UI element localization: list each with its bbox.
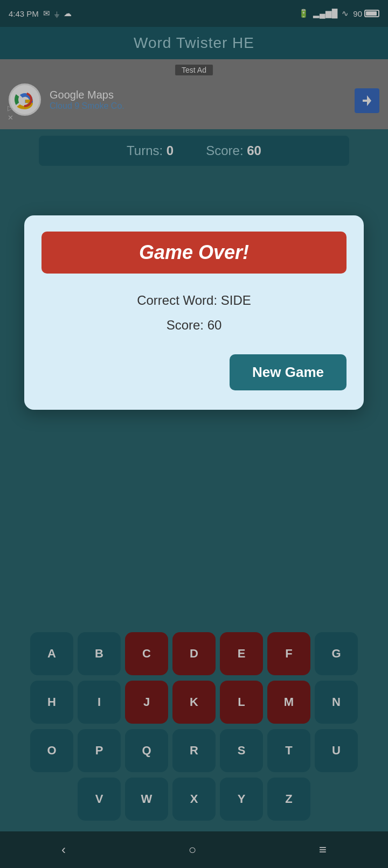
game-over-label: Game Over!	[139, 241, 249, 263]
modal-score-display: Score: 60	[41, 318, 347, 333]
modal-overlay: Game Over! Correct Word: SIDE Score: 60 …	[0, 0, 388, 868]
new-game-button[interactable]: New Game	[230, 354, 347, 390]
correct-word-display: Correct Word: SIDE	[41, 293, 347, 308]
game-over-modal: Game Over! Correct Word: SIDE Score: 60 …	[24, 215, 364, 410]
modal-actions: New Game	[41, 354, 347, 390]
game-over-banner: Game Over!	[41, 232, 347, 274]
